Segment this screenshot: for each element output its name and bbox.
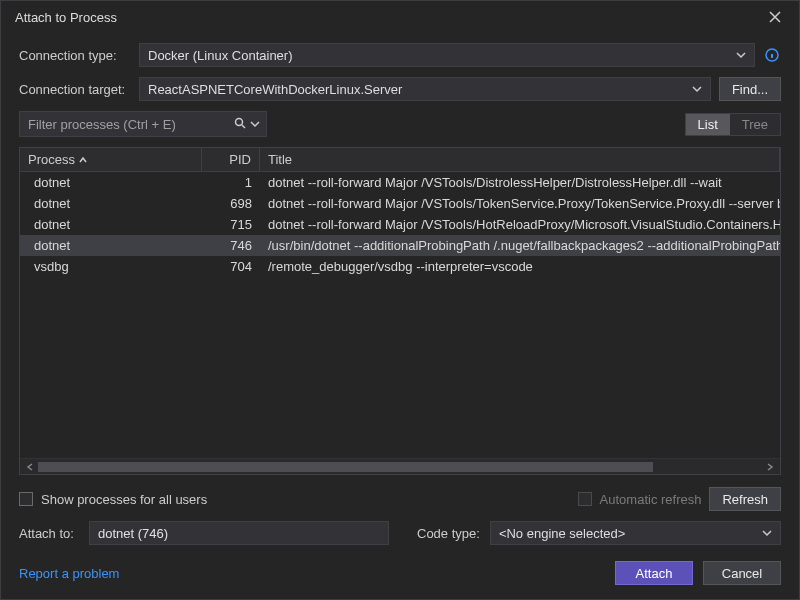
refresh-button[interactable]: Refresh	[709, 487, 781, 511]
cell-process: dotnet	[20, 196, 202, 211]
connection-target-row: Connection target: ReactASPNETCoreWithDo…	[19, 77, 781, 101]
connection-target-value: ReactASPNETCoreWithDockerLinux.Server	[148, 82, 402, 97]
connection-target-combo[interactable]: ReactASPNETCoreWithDockerLinux.Server	[139, 77, 711, 101]
filter-input[interactable]: Filter processes (Ctrl + E)	[19, 111, 267, 137]
attach-to-label: Attach to:	[19, 526, 79, 541]
column-pid-label: PID	[229, 152, 251, 167]
table-row[interactable]: vsdbg704/remote_debugger/vsdbg --interpr…	[20, 256, 780, 277]
filter-row: Filter processes (Ctrl + E) List Tree	[19, 111, 781, 137]
table-row[interactable]: dotnet698dotnet --roll-forward Major /VS…	[20, 193, 780, 214]
automatic-refresh-checkbox[interactable]	[578, 492, 592, 506]
attach-to-value: dotnet (746)	[98, 526, 168, 541]
scroll-thumb[interactable]	[38, 462, 653, 472]
grid-header: Process PID Title	[20, 148, 780, 172]
column-title-label: Title	[268, 152, 292, 167]
automatic-refresh-label: Automatic refresh	[600, 492, 702, 507]
table-row[interactable]: dotnet715dotnet --roll-forward Major /VS…	[20, 214, 780, 235]
options-row: Show processes for all users Automatic r…	[19, 485, 781, 511]
code-type-value: <No engine selected>	[499, 526, 625, 541]
attach-to-field[interactable]: dotnet (746)	[89, 521, 389, 545]
scroll-track[interactable]	[38, 462, 762, 472]
chevron-down-icon	[692, 82, 702, 97]
connection-target-label: Connection target:	[19, 82, 131, 97]
cell-process: dotnet	[20, 217, 202, 232]
dialog-content: Connection type: Docker (Linux Container…	[1, 33, 799, 551]
cell-pid: 746	[202, 238, 260, 253]
column-pid[interactable]: PID	[202, 148, 260, 171]
search-icon[interactable]	[234, 117, 250, 132]
show-all-users-label: Show processes for all users	[41, 492, 207, 507]
connection-type-value: Docker (Linux Container)	[148, 48, 293, 63]
chevron-down-icon	[762, 526, 772, 541]
cell-process: dotnet	[20, 238, 202, 253]
show-all-users-checkbox[interactable]	[19, 492, 33, 506]
process-grid: Process PID Title dotnet1dotnet --roll-f…	[19, 147, 781, 475]
scroll-left-icon[interactable]	[24, 461, 36, 473]
cell-pid: 1	[202, 175, 260, 190]
cell-title: dotnet --roll-forward Major /VSTools/Tok…	[260, 196, 780, 211]
cell-pid: 704	[202, 259, 260, 274]
column-process[interactable]: Process	[20, 148, 202, 171]
code-type-label: Code type:	[417, 526, 480, 541]
attach-to-process-dialog: Attach to Process Connection type: Docke…	[0, 0, 800, 600]
svg-point-1	[236, 118, 243, 125]
titlebar: Attach to Process	[1, 1, 799, 33]
cell-title: /remote_debugger/vsdbg --interpreter=vsc…	[260, 259, 780, 274]
chevron-down-icon[interactable]	[250, 117, 260, 132]
connection-type-row: Connection type: Docker (Linux Container…	[19, 43, 781, 67]
code-type-combo[interactable]: <No engine selected>	[490, 521, 781, 545]
cell-process: vsdbg	[20, 259, 202, 274]
column-process-label: Process	[28, 152, 75, 167]
attach-button[interactable]: Attach	[615, 561, 693, 585]
cell-title: /usr/bin/dotnet --additionalProbingPath …	[260, 238, 780, 253]
cell-pid: 715	[202, 217, 260, 232]
attach-row: Attach to: dotnet (746) Code type: <No e…	[19, 521, 781, 545]
connection-type-label: Connection type:	[19, 48, 131, 63]
cell-title: dotnet --roll-forward Major /VSTools/Dis…	[260, 175, 780, 190]
report-problem-link[interactable]: Report a problem	[19, 566, 119, 581]
table-row[interactable]: dotnet1dotnet --roll-forward Major /VSTo…	[20, 172, 780, 193]
info-icon[interactable]	[763, 46, 781, 64]
view-list-button[interactable]: List	[686, 114, 730, 135]
view-tree-button[interactable]: Tree	[730, 114, 780, 135]
grid-body: dotnet1dotnet --roll-forward Major /VSTo…	[20, 172, 780, 458]
cancel-button[interactable]: Cancel	[703, 561, 781, 585]
column-title[interactable]: Title	[260, 148, 780, 171]
sort-asc-icon	[79, 152, 87, 167]
find-button[interactable]: Find...	[719, 77, 781, 101]
close-icon[interactable]	[761, 3, 789, 31]
filter-placeholder: Filter processes (Ctrl + E)	[28, 117, 176, 132]
scroll-right-icon[interactable]	[764, 461, 776, 473]
cell-process: dotnet	[20, 175, 202, 190]
chevron-down-icon	[736, 48, 746, 63]
connection-type-combo[interactable]: Docker (Linux Container)	[139, 43, 755, 67]
window-title: Attach to Process	[15, 10, 761, 25]
footer: Report a problem Attach Cancel	[1, 551, 799, 599]
cell-title: dotnet --roll-forward Major /VSTools/Hot…	[260, 217, 780, 232]
horizontal-scrollbar[interactable]	[20, 458, 780, 474]
table-row[interactable]: dotnet746/usr/bin/dotnet --additionalPro…	[20, 235, 780, 256]
cell-pid: 698	[202, 196, 260, 211]
view-toggle: List Tree	[685, 113, 781, 136]
